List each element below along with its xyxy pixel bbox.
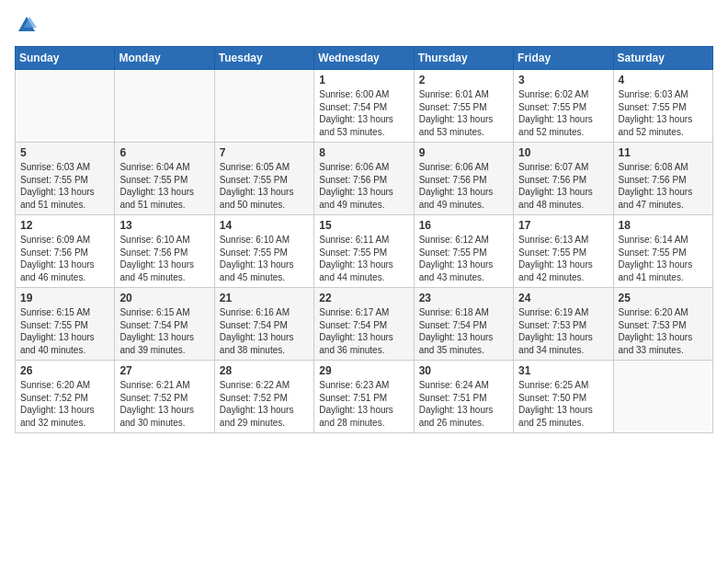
day-number: 5 — [20, 146, 109, 159]
calendar-header-wednesday: Wednesday — [314, 47, 414, 70]
day-info: Sunrise: 6:23 AM Sunset: 7:51 PM Dayligh… — [319, 379, 408, 429]
calendar-cell: 9Sunrise: 6:06 AM Sunset: 7:56 PM Daylig… — [414, 143, 513, 215]
calendar-cell — [115, 70, 214, 143]
calendar-header-friday: Friday — [514, 47, 613, 70]
day-number: 4 — [619, 74, 708, 86]
calendar-cell — [16, 70, 115, 143]
day-info: Sunrise: 6:15 AM Sunset: 7:54 PM Dayligh… — [119, 306, 209, 356]
day-info: Sunrise: 6:22 AM Sunset: 7:52 PM Dayligh… — [220, 379, 309, 429]
calendar-cell: 1Sunrise: 6:00 AM Sunset: 7:54 PM Daylig… — [314, 70, 414, 143]
day-info: Sunrise: 6:14 AM Sunset: 7:55 PM Dayligh… — [619, 234, 708, 283]
calendar-cell: 29Sunrise: 6:23 AM Sunset: 7:51 PM Dayli… — [314, 361, 414, 433]
page-header — [15, 15, 713, 35]
day-number: 19 — [20, 292, 109, 304]
day-number: 30 — [419, 364, 508, 377]
day-number: 15 — [319, 219, 408, 232]
calendar-header-saturday: Saturday — [613, 47, 712, 70]
day-number: 23 — [419, 292, 508, 304]
day-info: Sunrise: 6:03 AM Sunset: 7:55 PM Dayligh… — [619, 88, 708, 138]
calendar-cell — [613, 361, 712, 433]
day-number: 31 — [518, 364, 608, 377]
calendar-header-row: SundayMondayTuesdayWednesdayThursdayFrid… — [16, 47, 713, 70]
calendar-cell: 4Sunrise: 6:03 AM Sunset: 7:55 PM Daylig… — [613, 70, 712, 143]
logo-icon — [17, 15, 37, 35]
day-number: 6 — [119, 146, 209, 159]
calendar-cell: 14Sunrise: 6:10 AM Sunset: 7:55 PM Dayli… — [214, 215, 313, 288]
calendar-cell: 5Sunrise: 6:03 AM Sunset: 7:55 PM Daylig… — [16, 143, 115, 215]
calendar-cell: 24Sunrise: 6:19 AM Sunset: 7:53 PM Dayli… — [514, 288, 613, 361]
day-number: 18 — [619, 219, 708, 232]
calendar-cell: 7Sunrise: 6:05 AM Sunset: 7:55 PM Daylig… — [214, 143, 313, 215]
day-info: Sunrise: 6:06 AM Sunset: 7:56 PM Dayligh… — [319, 161, 408, 211]
day-info: Sunrise: 6:15 AM Sunset: 7:55 PM Dayligh… — [20, 306, 109, 356]
calendar-cell: 15Sunrise: 6:11 AM Sunset: 7:55 PM Dayli… — [314, 215, 414, 288]
calendar-header-sunday: Sunday — [16, 47, 115, 70]
day-info: Sunrise: 6:10 AM Sunset: 7:56 PM Dayligh… — [119, 234, 209, 283]
day-number: 26 — [20, 364, 109, 377]
calendar-header-tuesday: Tuesday — [214, 47, 313, 70]
day-info: Sunrise: 6:05 AM Sunset: 7:55 PM Dayligh… — [220, 161, 309, 211]
day-info: Sunrise: 6:09 AM Sunset: 7:56 PM Dayligh… — [20, 234, 109, 283]
day-number: 25 — [619, 292, 708, 304]
day-info: Sunrise: 6:24 AM Sunset: 7:51 PM Dayligh… — [419, 379, 508, 429]
calendar-week-row: 5Sunrise: 6:03 AM Sunset: 7:55 PM Daylig… — [16, 143, 713, 215]
day-number: 9 — [419, 146, 508, 159]
day-info: Sunrise: 6:17 AM Sunset: 7:54 PM Dayligh… — [319, 306, 408, 356]
day-info: Sunrise: 6:03 AM Sunset: 7:55 PM Dayligh… — [20, 161, 109, 211]
day-info: Sunrise: 6:20 AM Sunset: 7:52 PM Dayligh… — [20, 379, 109, 429]
calendar-week-row: 26Sunrise: 6:20 AM Sunset: 7:52 PM Dayli… — [16, 361, 713, 433]
calendar-cell: 21Sunrise: 6:16 AM Sunset: 7:54 PM Dayli… — [214, 288, 313, 361]
calendar-cell: 13Sunrise: 6:10 AM Sunset: 7:56 PM Dayli… — [115, 215, 214, 288]
calendar-cell: 19Sunrise: 6:15 AM Sunset: 7:55 PM Dayli… — [16, 288, 115, 361]
calendar-table: SundayMondayTuesdayWednesdayThursdayFrid… — [15, 46, 713, 433]
calendar-week-row: 1Sunrise: 6:00 AM Sunset: 7:54 PM Daylig… — [16, 70, 713, 143]
day-info: Sunrise: 6:02 AM Sunset: 7:55 PM Dayligh… — [518, 88, 608, 138]
calendar-cell: 30Sunrise: 6:24 AM Sunset: 7:51 PM Dayli… — [414, 361, 513, 433]
day-number: 14 — [220, 219, 309, 232]
calendar-cell: 2Sunrise: 6:01 AM Sunset: 7:55 PM Daylig… — [414, 70, 513, 143]
day-info: Sunrise: 6:19 AM Sunset: 7:53 PM Dayligh… — [518, 306, 608, 356]
day-number: 2 — [419, 74, 508, 86]
day-number: 1 — [319, 74, 408, 86]
day-info: Sunrise: 6:25 AM Sunset: 7:50 PM Dayligh… — [518, 379, 608, 429]
day-info: Sunrise: 6:20 AM Sunset: 7:53 PM Dayligh… — [619, 306, 708, 356]
calendar-cell: 28Sunrise: 6:22 AM Sunset: 7:52 PM Dayli… — [214, 361, 313, 433]
day-number: 28 — [220, 364, 309, 377]
calendar-cell: 31Sunrise: 6:25 AM Sunset: 7:50 PM Dayli… — [514, 361, 613, 433]
day-info: Sunrise: 6:18 AM Sunset: 7:54 PM Dayligh… — [419, 306, 508, 356]
calendar-header-thursday: Thursday — [414, 47, 513, 70]
calendar-week-row: 19Sunrise: 6:15 AM Sunset: 7:55 PM Dayli… — [16, 288, 713, 361]
calendar-cell: 27Sunrise: 6:21 AM Sunset: 7:52 PM Dayli… — [115, 361, 214, 433]
day-number: 27 — [119, 364, 209, 377]
day-number: 7 — [220, 146, 309, 159]
day-info: Sunrise: 6:13 AM Sunset: 7:55 PM Dayligh… — [518, 234, 608, 283]
calendar-cell: 20Sunrise: 6:15 AM Sunset: 7:54 PM Dayli… — [115, 288, 214, 361]
day-number: 24 — [518, 292, 608, 304]
day-number: 16 — [419, 219, 508, 232]
day-info: Sunrise: 6:10 AM Sunset: 7:55 PM Dayligh… — [220, 234, 309, 283]
day-info: Sunrise: 6:12 AM Sunset: 7:55 PM Dayligh… — [419, 234, 508, 283]
day-number: 13 — [119, 219, 209, 232]
calendar-cell: 8Sunrise: 6:06 AM Sunset: 7:56 PM Daylig… — [314, 143, 414, 215]
day-number: 17 — [518, 219, 608, 232]
calendar-cell: 3Sunrise: 6:02 AM Sunset: 7:55 PM Daylig… — [514, 70, 613, 143]
day-info: Sunrise: 6:04 AM Sunset: 7:55 PM Dayligh… — [119, 161, 209, 211]
day-number: 8 — [319, 146, 408, 159]
calendar-week-row: 12Sunrise: 6:09 AM Sunset: 7:56 PM Dayli… — [16, 215, 713, 288]
day-number: 10 — [518, 146, 608, 159]
day-info: Sunrise: 6:11 AM Sunset: 7:55 PM Dayligh… — [319, 234, 408, 283]
calendar-cell: 10Sunrise: 6:07 AM Sunset: 7:56 PM Dayli… — [514, 143, 613, 215]
calendar-cell: 11Sunrise: 6:08 AM Sunset: 7:56 PM Dayli… — [613, 143, 712, 215]
calendar-cell: 6Sunrise: 6:04 AM Sunset: 7:55 PM Daylig… — [115, 143, 214, 215]
day-number: 11 — [619, 146, 708, 159]
day-info: Sunrise: 6:06 AM Sunset: 7:56 PM Dayligh… — [419, 161, 508, 211]
calendar-cell: 23Sunrise: 6:18 AM Sunset: 7:54 PM Dayli… — [414, 288, 513, 361]
calendar-cell: 17Sunrise: 6:13 AM Sunset: 7:55 PM Dayli… — [514, 215, 613, 288]
calendar-header-monday: Monday — [115, 47, 214, 70]
day-info: Sunrise: 6:00 AM Sunset: 7:54 PM Dayligh… — [319, 88, 408, 138]
calendar-cell — [214, 70, 313, 143]
calendar-cell: 26Sunrise: 6:20 AM Sunset: 7:52 PM Dayli… — [16, 361, 115, 433]
day-info: Sunrise: 6:16 AM Sunset: 7:54 PM Dayligh… — [220, 306, 309, 356]
calendar-cell: 16Sunrise: 6:12 AM Sunset: 7:55 PM Dayli… — [414, 215, 513, 288]
calendar-cell: 25Sunrise: 6:20 AM Sunset: 7:53 PM Dayli… — [613, 288, 712, 361]
